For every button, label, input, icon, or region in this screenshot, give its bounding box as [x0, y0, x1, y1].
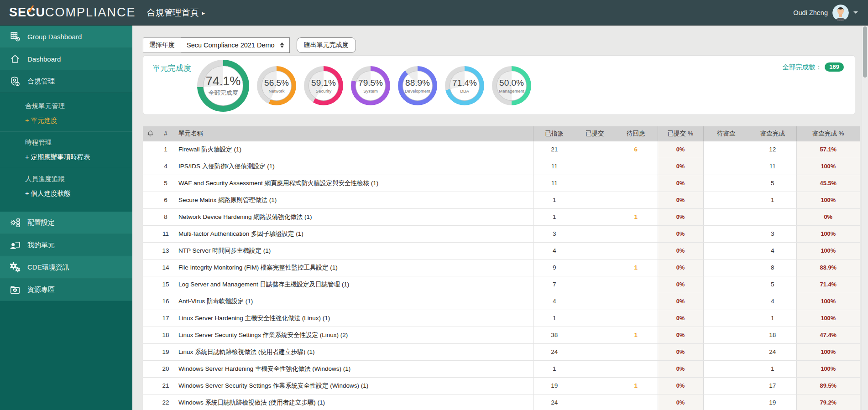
- table-row[interactable]: 11Multi-factor Authentication 多因子驗證設定 (1…: [143, 225, 860, 242]
- page-scrollbar[interactable]: [862, 26, 868, 410]
- cell-bell: [143, 343, 157, 360]
- cell-num: 11: [157, 225, 174, 242]
- col-header-review-done[interactable]: 審查完成: [749, 126, 796, 141]
- donut-text: 79.5%System: [351, 66, 390, 105]
- table-row[interactable]: 8Network Device Hardening 網路設備強化做法 (1)11…: [143, 208, 860, 225]
- sidebar-item-cde-environment[interactable]: CDE環境資訊: [0, 256, 132, 279]
- cell-assigned: 7: [533, 276, 575, 293]
- cell-unit-name: WAF and Security Assessment 網頁應用程式防火牆設定與…: [174, 175, 533, 192]
- col-header-submitted-pct[interactable]: 已提交 %: [658, 126, 703, 141]
- notify-column-header[interactable]: [143, 126, 157, 141]
- sidebar-submenu-link-active[interactable]: + 單元進度: [25, 116, 132, 125]
- cell-pending-response: [614, 175, 658, 192]
- cell-num: 19: [157, 343, 174, 360]
- col-header-assigned[interactable]: 已指派: [533, 126, 575, 141]
- cell-submitted: [575, 141, 614, 158]
- col-header-pending-review[interactable]: 待審查: [703, 126, 749, 141]
- cell-pending-review: [703, 225, 749, 242]
- toolbar: 選擇年度 Secu Compliance 2021 Demo 匯出單元完成度: [143, 37, 356, 53]
- cell-submitted: [575, 225, 614, 242]
- cell-submitted-pct: 0%: [658, 208, 703, 225]
- table-row[interactable]: 1Firewall 防火牆設定 (1)2160%1257.1%: [143, 141, 860, 158]
- shield-user-icon: [9, 75, 21, 88]
- cell-review-pct: 100%: [796, 360, 860, 377]
- cell-submitted-pct: 0%: [658, 394, 703, 410]
- cell-bell: [143, 141, 157, 158]
- cell-assigned: 1: [533, 360, 575, 377]
- cell-unit-name: Secure Matrix 網路原則管理做法 (1): [174, 192, 533, 208]
- table-row[interactable]: 16Anti-Virus 防毒軟體設定 (1)40%4100%: [143, 293, 860, 310]
- cell-submitted: [575, 242, 614, 259]
- table-row[interactable]: 5WAF and Security Assessment 網頁應用程式防火牆設定…: [143, 175, 860, 192]
- col-header-review-pct[interactable]: 審查完成 %: [796, 126, 860, 141]
- table-row[interactable]: 21Windows Server Security Settings 作業系統安…: [143, 377, 860, 394]
- col-header-num[interactable]: #: [157, 126, 174, 141]
- donut-percent: 74.1%: [206, 74, 241, 88]
- total-complete: 全部完成數： 169: [782, 62, 844, 72]
- donut-text: 71.4%DBA: [445, 66, 484, 105]
- cell-assigned: 3: [533, 225, 575, 242]
- cell-assigned: 19: [533, 377, 575, 394]
- cell-assigned: 21: [533, 141, 575, 158]
- table-row[interactable]: 19Linux 系統日誌軌跡檢視做法 (使用者建立步驟) (1)240%2410…: [143, 343, 860, 360]
- sidebar-submenu-link[interactable]: + 定期應辦事項時程表: [25, 153, 132, 161]
- cell-assigned: 1: [533, 208, 575, 225]
- topbar: SEC✓UCOMPLIANCE 合規管理首頁 ▸ Oudi Zheng: [0, 0, 868, 26]
- cell-submitted: [575, 192, 614, 208]
- cell-pending-response: 1: [614, 377, 658, 394]
- table-row[interactable]: 20Windows Server Hardening 主機安全性強化做法 (Wi…: [143, 360, 860, 377]
- year-select[interactable]: Secu Compliance 2021 Demo: [181, 37, 290, 53]
- config-icon: [9, 217, 21, 229]
- col-header-name[interactable]: 單元名稱: [174, 126, 533, 141]
- cell-review-pct: 100%: [796, 192, 860, 208]
- table-row[interactable]: 14File Integrity Monitoring (FIM) 檔案完整性監…: [143, 259, 860, 276]
- cell-review-done: 18: [749, 327, 796, 343]
- table-row[interactable]: 15Log Server and Management 日誌儲存主機設定及日誌管…: [143, 276, 860, 293]
- donut-percent: 79.5%: [358, 78, 383, 88]
- cell-bell: [143, 310, 157, 327]
- sidebar-item-resource-area[interactable]: 資源專區: [0, 279, 132, 301]
- page-scrollbar-thumb[interactable]: [863, 26, 867, 78]
- table-row[interactable]: 17Linux Server Hardening 主機安全性強化做法 (Linu…: [143, 310, 860, 327]
- cell-assigned: 24: [533, 394, 575, 410]
- table-row[interactable]: 6Secure Matrix 網路原則管理做法 (1)10%1100%: [143, 192, 860, 208]
- sidebar-item-my-units[interactable]: 我的單元: [0, 234, 132, 256]
- cell-submitted: [575, 394, 614, 410]
- sidebar-submenu-link[interactable]: + 個人進度狀態: [25, 189, 132, 198]
- year-select-label: 選擇年度: [143, 37, 181, 53]
- cell-review-pct: 89.5%: [796, 377, 860, 394]
- cell-num: 4: [157, 158, 174, 175]
- completion-card: 單元完成度 74.1%全部完成度56.5%Network59.1%Securit…: [143, 55, 855, 115]
- sidebar-item-dashboard[interactable]: Dashboard: [0, 48, 132, 70]
- sidebar: Group DashboardDashboard合規管理合規單元管理+ 單元進度…: [0, 26, 132, 410]
- sidebar-item-label: Dashboard: [27, 55, 61, 63]
- table-row[interactable]: 18Linux Server Security Settings 作業系統安全性…: [143, 327, 860, 343]
- cell-review-pct: 100%: [796, 242, 860, 259]
- cell-bell: [143, 225, 157, 242]
- col-header-submitted[interactable]: 已提交: [575, 126, 614, 141]
- cell-pending-review: [703, 327, 749, 343]
- cell-assigned: 9: [533, 259, 575, 276]
- cell-bell: [143, 394, 157, 410]
- cell-pending-review: [703, 343, 749, 360]
- user-menu[interactable]: Oudi Zheng: [793, 5, 868, 21]
- title-caret-icon: ▸: [202, 10, 205, 16]
- sidebar-item-config-settings[interactable]: 配置設定: [0, 212, 132, 234]
- table-row[interactable]: 13NTP Server 時間同步主機設定 (1)40%4100%: [143, 242, 860, 259]
- cell-bell: [143, 192, 157, 208]
- cell-unit-name: Windows Server Hardening 主機安全性強化做法 (Wind…: [174, 360, 533, 377]
- cell-num: 15: [157, 276, 174, 293]
- sidebar-item-label: 資源專區: [27, 285, 55, 294]
- cell-review-done: [749, 208, 796, 225]
- col-header-pending-response[interactable]: 待回應: [614, 126, 658, 141]
- table-row[interactable]: 4IPS/IDS 入侵防御/入侵偵測設定 (1)110%11100%: [143, 158, 860, 175]
- sidebar-item-group-dashboard[interactable]: Group Dashboard: [0, 26, 132, 48]
- cell-pending-review: [703, 360, 749, 377]
- export-button[interactable]: 匯出單元完成度: [297, 37, 356, 53]
- sidebar-item-compliance-management[interactable]: 合規管理: [0, 70, 132, 93]
- app-logo[interactable]: SEC✓UCOMPLIANCE: [9, 5, 136, 20]
- table-row[interactable]: 22Windows 系統日誌軌跡檢視做法 (使用者建立步驟) (1)240%19…: [143, 394, 860, 410]
- cell-pending-review: [703, 394, 749, 410]
- cell-num: 5: [157, 175, 174, 192]
- page-title: 合規管理首頁 ▸: [147, 7, 205, 19]
